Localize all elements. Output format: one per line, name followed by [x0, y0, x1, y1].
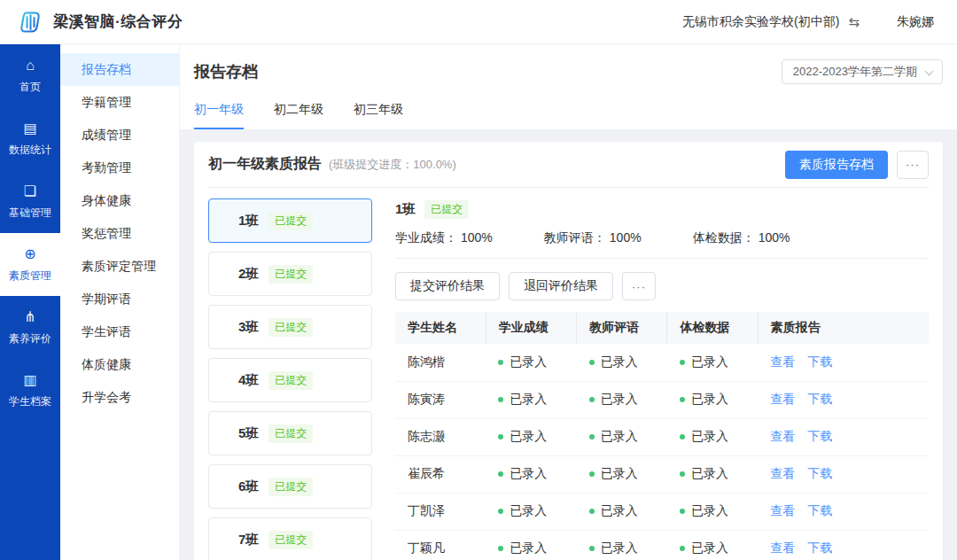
download-link[interactable]: 下载 — [807, 503, 832, 517]
class-card[interactable]: 7班 已提交 — [208, 517, 372, 560]
status-dot-icon — [680, 360, 685, 365]
primary-nav-item[interactable]: ▤ 数据统计 — [0, 107, 60, 170]
health-data-status: 已录入 — [667, 418, 758, 455]
class-card[interactable]: 5班 已提交 — [208, 411, 372, 455]
teacher-comment-status: 已录入 — [577, 344, 667, 381]
archive-report-button[interactable]: 素质报告存档 — [785, 151, 888, 179]
class-status-badge: 已提交 — [268, 265, 313, 284]
status-text: 已录入 — [601, 354, 638, 369]
status-text: 已录入 — [601, 466, 638, 480]
class-card[interactable]: 2班 已提交 — [208, 252, 372, 296]
detail-class-name: 1班 — [395, 201, 416, 218]
view-link[interactable]: 查看 — [770, 354, 795, 369]
status-dot-icon — [589, 397, 595, 402]
view-link[interactable]: 查看 — [770, 503, 795, 517]
health-data-status: 已录入 — [667, 493, 758, 530]
secondary-nav-label: 奖惩管理 — [82, 226, 131, 240]
table-column-header: 素质报告 — [758, 312, 929, 344]
secondary-nav-item[interactable]: 学期评语 — [60, 283, 179, 315]
view-link[interactable]: 查看 — [770, 466, 795, 480]
download-link[interactable]: 下载 — [807, 392, 832, 406]
secondary-nav-label: 素质评定管理 — [82, 259, 156, 273]
status-dot-icon — [498, 360, 503, 365]
view-link[interactable]: 查看 — [770, 541, 795, 555]
detail-status-badge: 已提交 — [424, 200, 469, 219]
status-text: 已录入 — [601, 503, 638, 517]
student-name: 陈寅涛 — [395, 381, 486, 418]
brand: 梁溪智脑·综合评分 — [18, 10, 183, 35]
stat-label: 教师评语： — [544, 230, 606, 245]
table-row: 崔辰希 已录入 已录入 已录入 查看下载 — [395, 455, 929, 493]
secondary-nav-item[interactable]: 学籍管理 — [60, 86, 179, 119]
health-data-status: 已录入 — [667, 530, 758, 560]
class-status-badge: 已提交 — [268, 424, 313, 443]
class-name: 6班 — [238, 478, 259, 495]
secondary-nav-item[interactable]: 报告存档 — [60, 53, 179, 86]
student-name: 丁颖凡 — [395, 530, 486, 560]
view-link[interactable]: 查看 — [770, 429, 795, 443]
return-evaluation-button[interactable]: 退回评价结果 — [509, 272, 613, 300]
download-link[interactable]: 下载 — [807, 354, 832, 369]
student-archive-icon: ▥ — [23, 372, 36, 388]
secondary-sidebar: 报告存档 学籍管理 成绩管理 考勤管理 身体健康 奖惩管理 素质评定管理 学期评… — [60, 44, 180, 560]
academic-status: 已录入 — [486, 493, 576, 530]
status-text: 已录入 — [691, 354, 728, 369]
report-links: 查看下载 — [758, 530, 929, 560]
switch-school-icon[interactable]: ⇆ — [848, 14, 860, 30]
semester-select[interactable]: 2022-2023学年第二学期 — [782, 59, 943, 84]
class-card[interactable]: 1班 已提交 — [208, 198, 372, 243]
health-data-status: 已录入 — [667, 381, 758, 418]
secondary-nav-item[interactable]: 素质评定管理 — [60, 250, 179, 283]
secondary-nav-item[interactable]: 体质健康 — [60, 348, 179, 381]
detail-actions: 提交评价结果 退回评价结果 ··· — [395, 272, 929, 300]
card-more-button[interactable]: ··· — [897, 151, 929, 179]
user-name[interactable]: 朱婉娜 — [897, 14, 934, 30]
quality-manage-icon: ⊕ — [24, 246, 35, 262]
teacher-comment-status: 已录入 — [577, 530, 667, 560]
grade-tab[interactable]: 初二年级 — [274, 102, 323, 129]
class-detail: 1班 已提交 学业成绩：100% 教师评语：100% — [395, 198, 929, 560]
primary-nav-item[interactable]: ⌂ 首页 — [0, 44, 60, 107]
grade-tab[interactable]: 初一年级 — [194, 102, 244, 129]
primary-nav-item[interactable]: ⋔ 素养评价 — [0, 296, 60, 359]
grade-tab[interactable]: 初三年级 — [354, 102, 403, 129]
grade-tab-label: 初一年级 — [194, 102, 244, 116]
grade-tab-label: 初二年级 — [274, 102, 323, 116]
teacher-comment-status: 已录入 — [577, 493, 667, 530]
view-link[interactable]: 查看 — [770, 392, 795, 406]
class-name: 4班 — [238, 372, 259, 389]
class-card[interactable]: 3班 已提交 — [208, 305, 372, 349]
submit-evaluation-button[interactable]: 提交评价结果 — [395, 272, 500, 300]
download-link[interactable]: 下载 — [807, 429, 832, 443]
class-status-badge: 已提交 — [268, 478, 313, 496]
secondary-nav-item[interactable]: 考勤管理 — [60, 152, 179, 184]
secondary-nav-label: 身体健康 — [82, 193, 131, 207]
secondary-nav-item[interactable]: 成绩管理 — [60, 119, 179, 152]
secondary-nav-item[interactable]: 奖惩管理 — [60, 217, 179, 250]
secondary-nav-item[interactable]: 身体健康 — [60, 184, 179, 217]
secondary-nav-item[interactable]: 升学会考 — [60, 381, 179, 414]
primary-nav-item[interactable]: ❏ 基础管理 — [0, 170, 60, 233]
primary-nav-item[interactable]: ▥ 学生档案 — [0, 359, 60, 422]
status-text: 已录入 — [510, 541, 547, 555]
secondary-nav-item[interactable]: 学生评语 — [60, 315, 179, 348]
status-dot-icon — [498, 546, 503, 551]
primary-nav-item[interactable]: ⊕ 素质管理 — [0, 233, 60, 296]
report-card: 初一年级素质报告 (班级提交进度：100.0%) 素质报告存档 ··· 1班 已… — [194, 142, 943, 560]
academic-status: 已录入 — [486, 418, 576, 455]
detail-more-button[interactable]: ··· — [622, 272, 656, 300]
table-column-header: 体检数据 — [667, 312, 758, 344]
health-data-status: 已录入 — [667, 455, 758, 493]
class-card[interactable]: 6班 已提交 — [208, 464, 372, 509]
chevron-down-icon — [925, 67, 934, 76]
download-link[interactable]: 下载 — [807, 541, 832, 555]
detail-stats: 学业成绩：100% 教师评语：100% 体检数据：100% — [395, 230, 929, 246]
base-manage-icon: ❏ — [24, 183, 36, 199]
download-link[interactable]: 下载 — [807, 466, 832, 480]
content: 初一年级素质报告 (班级提交进度：100.0%) 素质报告存档 ··· 1班 已… — [180, 129, 957, 560]
status-text: 已录入 — [601, 429, 638, 443]
page-title: 报告存档 — [194, 61, 258, 82]
primary-nav-label: 数据统计 — [9, 143, 51, 158]
status-text: 已录入 — [510, 503, 547, 517]
class-card[interactable]: 4班 已提交 — [208, 358, 372, 402]
